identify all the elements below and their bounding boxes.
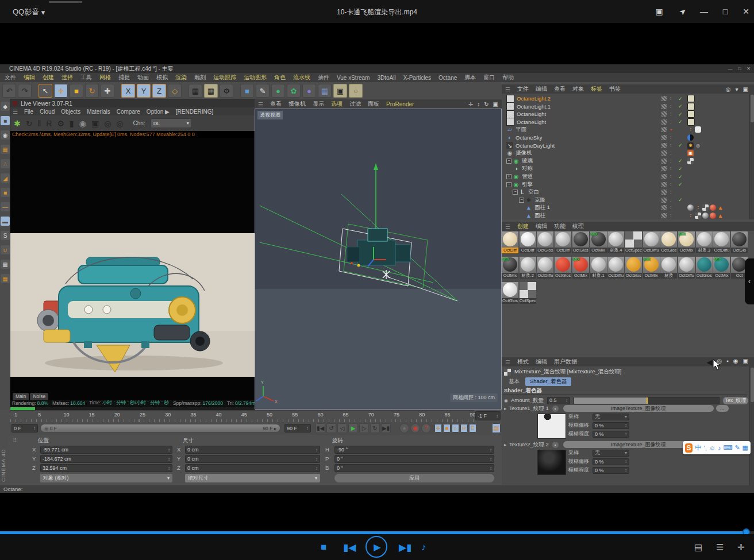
key-point-level-button[interactable]: ⠿ xyxy=(469,424,476,432)
amount-field[interactable]: 0.5↕ xyxy=(547,397,570,404)
timeline-ruler[interactable]: -151015202530354045505560657075808590 xyxy=(10,410,474,422)
minimize-icon[interactable]: — xyxy=(698,6,710,17)
collapse-icon[interactable]: − xyxy=(506,159,511,164)
attr-menu-1[interactable]: 编辑 xyxy=(536,358,547,366)
light-icon[interactable]: ○ xyxy=(349,84,363,98)
menu-15[interactable]: 插件 xyxy=(318,74,329,82)
menu-4[interactable]: 工具 xyxy=(80,74,92,82)
scale-tool-icon[interactable]: ■ xyxy=(70,84,83,98)
snap-magnet-icon[interactable]: ∪ xyxy=(1,245,10,254)
octane-logo-icon[interactable]: ✱ xyxy=(14,119,21,128)
attr-menu-2[interactable]: 用户数据 xyxy=(554,358,577,366)
menu-16[interactable]: Vue xStream xyxy=(337,75,370,81)
coord-field[interactable]: 0 °↕ xyxy=(334,464,494,472)
previous-key-button[interactable]: ◁ xyxy=(337,423,347,433)
node-dot-button[interactable]: • xyxy=(552,442,559,448)
material-item[interactable]: OctGlos xyxy=(537,231,553,253)
panel-menu-icon[interactable]: ▣ xyxy=(743,358,748,366)
material-item[interactable]: OctDiffu xyxy=(607,257,624,279)
key-rotation-button[interactable]: ○ xyxy=(452,424,459,432)
convert-icon[interactable]: ◆ xyxy=(1,102,10,111)
visibility-dots-icon[interactable]: ∶ xyxy=(670,103,676,110)
maximize-icon[interactable]: □ xyxy=(738,66,741,71)
visibility-dots-icon[interactable]: ∶ xyxy=(670,173,676,180)
vp-menu-6[interactable]: ProRender xyxy=(386,101,414,107)
input-mode-chinese-icon[interactable]: 中 xyxy=(695,443,701,452)
visibility-dots-icon[interactable]: ∶ xyxy=(670,134,676,141)
enable-check-icon[interactable]: ✓ xyxy=(678,96,684,102)
viewport-mouse-icon[interactable]: ▬ xyxy=(1,217,10,226)
spline-pen-icon[interactable]: ✎ xyxy=(256,84,270,98)
object-row[interactable]: ▲圆柱∶∶▲ xyxy=(502,212,749,219)
more-button[interactable]: ... xyxy=(716,405,729,412)
camera-icon[interactable]: ▣ xyxy=(333,84,347,98)
visibility-dots-icon[interactable]: ∶ xyxy=(670,181,676,188)
timeline-range-slider[interactable]: ◉ 0 F 90 F ▸ xyxy=(40,424,280,432)
triangle-expander-icon[interactable]: ▸ xyxy=(504,442,506,447)
vp-menu-0[interactable]: 查看 xyxy=(270,100,282,108)
menu-6[interactable]: 捕捉 xyxy=(118,74,130,82)
pick-focus-icon[interactable]: ◎ xyxy=(116,119,123,128)
coord-field[interactable]: 0 cm↕ xyxy=(185,446,320,454)
object-row[interactable]: OctaneLight∶✓ xyxy=(502,110,749,118)
edges-mode-icon[interactable]: ◢ xyxy=(1,173,10,183)
om-menu-5[interactable]: 书签 xyxy=(609,85,621,93)
layer-swatch[interactable] xyxy=(661,198,667,203)
key-position-button[interactable]: ✛ xyxy=(434,424,442,432)
lighttag-tag-icon[interactable] xyxy=(687,95,695,102)
enable-check-icon[interactable]: ✓ xyxy=(678,158,684,164)
lock-z-axis-icon[interactable]: Z xyxy=(152,84,166,98)
collapse-icon[interactable]: − xyxy=(506,182,511,187)
menu-10[interactable]: 雕刻 xyxy=(194,74,206,82)
voice-input-icon[interactable]: ♪ xyxy=(718,445,721,451)
blur-offset-field[interactable]: 0 %↕ xyxy=(593,422,629,429)
coord-field[interactable]: -59.771 cm↕ xyxy=(40,446,172,454)
enable-check-icon[interactable]: ✓ xyxy=(678,142,684,148)
layer-swatch[interactable] xyxy=(661,205,667,210)
render-view-icon[interactable]: ▦ xyxy=(188,84,202,98)
view-pan-icon[interactable]: ✛ xyxy=(468,101,473,107)
material-item[interactable]: OctGlos xyxy=(660,231,677,253)
object-row[interactable]: OctaneLight.2∶✓ xyxy=(502,95,749,102)
om-menu-4[interactable]: 标签 xyxy=(591,85,602,93)
object-row[interactable]: −◉引擎∶✓ xyxy=(502,181,749,188)
lv-menu-4[interactable]: Compare xyxy=(117,109,140,115)
mat-menu-2[interactable]: 功能 xyxy=(554,222,566,230)
material-item[interactable]: 材质 xyxy=(660,257,677,279)
lock-resolution-icon[interactable]: ▮ xyxy=(70,119,74,128)
menu-18[interactable]: X-Particles xyxy=(403,75,431,81)
mini-mode-icon[interactable]: ▣ xyxy=(653,6,665,17)
layer-swatch[interactable] xyxy=(661,213,667,218)
dots-tag-icon[interactable]: ∶ xyxy=(695,204,701,211)
blur-offset-field[interactable]: 0 %↕ xyxy=(593,458,629,465)
key-scale-button[interactable]: ■ xyxy=(443,424,451,432)
visibility-dots-icon[interactable]: ∶ xyxy=(670,204,676,211)
deformers-icon[interactable]: ● xyxy=(302,84,316,98)
object-row[interactable]: OctaneLight∶✓ xyxy=(502,118,749,126)
material-item[interactable]: MIXOctMix xyxy=(572,257,589,279)
octane-tag-icon[interactable]: ▲ xyxy=(717,204,724,211)
vp-menu-4[interactable]: 过滤 xyxy=(349,100,361,108)
material-item[interactable]: OctGlo xyxy=(731,231,748,253)
frame-field[interactable]: 0 F↕ xyxy=(11,424,38,432)
amount-slider[interactable] xyxy=(574,397,720,404)
object-row[interactable]: OctaneLight.1∶✓ xyxy=(502,103,749,110)
lv-menu-3[interactable]: Materials xyxy=(87,109,110,115)
menu-2[interactable]: 创建 xyxy=(43,74,54,82)
lighttag-tag-icon[interactable] xyxy=(687,118,695,126)
toolbox-icon[interactable]: ▦ xyxy=(743,444,748,451)
menu-5[interactable]: 网格 xyxy=(99,74,111,82)
pin-icon[interactable]: ➤ xyxy=(674,3,691,20)
film-settings-icon[interactable]: ▣ xyxy=(91,119,99,128)
lock-y-axis-icon[interactable]: Y xyxy=(137,84,151,98)
rotate-tool-icon[interactable]: ↻ xyxy=(85,84,99,98)
material-item[interactable]: OctSpec xyxy=(625,231,642,253)
hand-tag-icon[interactable] xyxy=(695,126,701,133)
object-row[interactable]: ▱平面•∶ xyxy=(502,126,749,133)
workplane-snap-icon[interactable]: ▦ xyxy=(1,274,10,283)
region-render-icon[interactable]: R xyxy=(46,119,52,128)
lighttag-tag-icon[interactable] xyxy=(687,103,695,110)
key-parameter-button[interactable]: P xyxy=(460,424,468,432)
material-item[interactable]: OctDiffu xyxy=(678,257,695,279)
last-tool-icon[interactable]: ✚ xyxy=(101,84,114,98)
